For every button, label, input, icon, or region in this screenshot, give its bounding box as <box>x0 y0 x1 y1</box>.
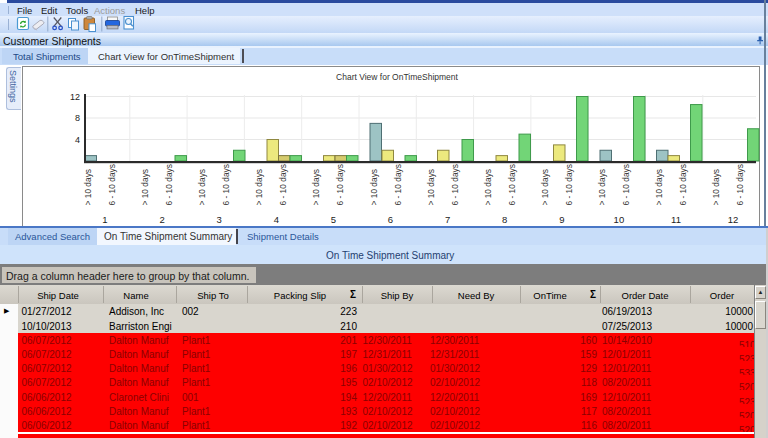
svg-text:> 10 days: > 10 days <box>83 169 93 206</box>
svg-text:6 - 10 days: 6 - 10 days <box>735 164 745 205</box>
svg-text:4: 4 <box>75 135 80 145</box>
svg-text:6 - 10 days: 6 - 10 days <box>393 164 403 205</box>
svg-text:> 10 days: > 10 days <box>483 169 493 206</box>
svg-text:6 - 10 days: 6 - 10 days <box>164 164 174 205</box>
svg-text:> 10 days: > 10 days <box>369 169 379 206</box>
svg-text:8: 8 <box>502 214 507 225</box>
svg-text:6 - 10 days: 6 - 10 days <box>107 164 117 205</box>
svg-text:6 - 10 days: 6 - 10 days <box>507 164 517 205</box>
svg-text:5: 5 <box>331 214 336 225</box>
svg-text:6 - 10 days: 6 - 10 days <box>278 164 288 205</box>
svg-text:8: 8 <box>75 113 80 123</box>
svg-text:> 10 days: > 10 days <box>654 169 664 206</box>
svg-text:> 10 days: > 10 days <box>540 169 550 206</box>
svg-text:> 10 days: > 10 days <box>311 169 321 206</box>
svg-text:> 10 days: > 10 days <box>140 169 150 206</box>
svg-text:6: 6 <box>388 214 393 225</box>
svg-text:2: 2 <box>159 214 164 225</box>
svg-text:3: 3 <box>217 214 222 225</box>
svg-text:Chart View for OnTimeShipment: Chart View for OnTimeShipment <box>336 72 459 82</box>
svg-text:> 10 days: > 10 days <box>597 169 607 206</box>
svg-text:6 - 10 days: 6 - 10 days <box>221 164 231 205</box>
svg-text:6 - 10 days: 6 - 10 days <box>450 164 460 205</box>
svg-text:10: 10 <box>614 214 625 225</box>
svg-text:> 10 days: > 10 days <box>711 169 721 206</box>
svg-text:4: 4 <box>274 214 279 225</box>
svg-text:6 - 10 days: 6 - 10 days <box>678 164 688 205</box>
svg-text:7: 7 <box>445 214 450 225</box>
svg-text:6 - 10 days: 6 - 10 days <box>564 164 574 205</box>
svg-text:11: 11 <box>671 214 681 225</box>
svg-text:6 - 10 days: 6 - 10 days <box>335 164 345 205</box>
svg-text:12: 12 <box>728 214 739 225</box>
svg-text:> 10 days: > 10 days <box>197 169 207 206</box>
svg-text:> 10 days: > 10 days <box>254 169 264 206</box>
svg-text:12: 12 <box>70 92 80 102</box>
svg-text:1: 1 <box>102 214 107 225</box>
svg-text:6 - 10 days: 6 - 10 days <box>621 164 631 205</box>
svg-text:> 10 days: > 10 days <box>426 169 436 206</box>
svg-text:9: 9 <box>559 214 564 225</box>
